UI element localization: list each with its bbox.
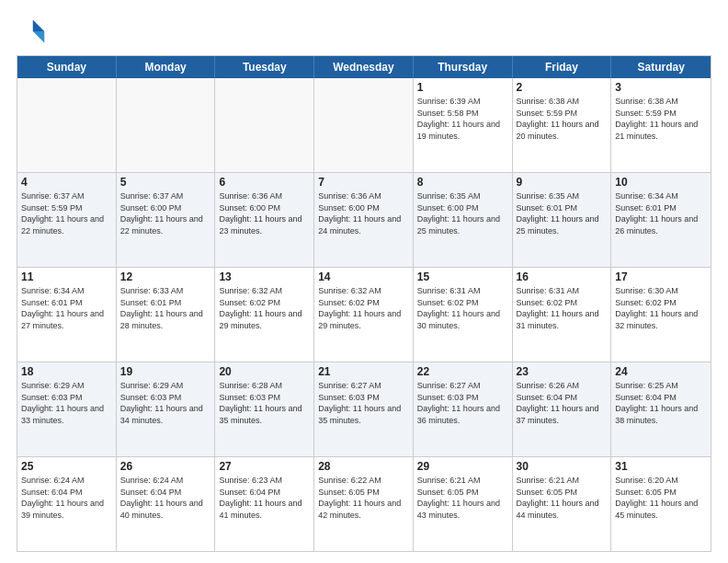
day-number: 18 [21, 365, 112, 378]
calendar-cell: 28Sunrise: 6:22 AM Sunset: 6:05 PM Dayli… [314, 457, 414, 551]
page: SundayMondayTuesdayWednesdayThursdayFrid… [0, 0, 728, 563]
calendar-body: 1Sunrise: 6:39 AM Sunset: 5:58 PM Daylig… [17, 78, 711, 551]
calendar-cell: 19Sunrise: 6:29 AM Sunset: 6:03 PM Dayli… [117, 362, 216, 456]
calendar-row: 4Sunrise: 6:37 AM Sunset: 5:59 PM Daylig… [17, 173, 711, 268]
cell-info: Sunrise: 6:27 AM Sunset: 6:03 PM Dayligh… [417, 380, 508, 426]
calendar-header-cell: Friday [513, 56, 612, 78]
calendar-cell: 29Sunrise: 6:21 AM Sunset: 6:05 PM Dayli… [414, 457, 513, 551]
cell-info: Sunrise: 6:30 AM Sunset: 6:02 PM Dayligh… [615, 285, 707, 331]
day-number: 25 [21, 460, 112, 473]
day-number: 29 [417, 460, 508, 473]
day-number: 17 [615, 270, 707, 283]
calendar-cell [215, 78, 314, 172]
calendar-cell: 11Sunrise: 6:34 AM Sunset: 6:01 PM Dayli… [17, 268, 117, 362]
cell-info: Sunrise: 6:20 AM Sunset: 6:05 PM Dayligh… [615, 475, 707, 521]
day-number: 3 [615, 81, 707, 94]
day-number: 9 [517, 176, 608, 189]
calendar-cell: 12Sunrise: 6:33 AM Sunset: 6:01 PM Dayli… [117, 268, 216, 362]
calendar-cell: 5Sunrise: 6:37 AM Sunset: 6:00 PM Daylig… [117, 173, 216, 267]
calendar-cell: 15Sunrise: 6:31 AM Sunset: 6:02 PM Dayli… [414, 268, 513, 362]
day-number: 31 [615, 460, 707, 473]
calendar-header-cell: Thursday [414, 56, 513, 78]
day-number: 10 [615, 176, 707, 189]
calendar-cell: 21Sunrise: 6:27 AM Sunset: 6:03 PM Dayli… [314, 362, 414, 456]
calendar-cell: 10Sunrise: 6:34 AM Sunset: 6:01 PM Dayli… [611, 173, 711, 267]
calendar-cell: 17Sunrise: 6:30 AM Sunset: 6:02 PM Dayli… [611, 268, 711, 362]
calendar-cell: 13Sunrise: 6:32 AM Sunset: 6:02 PM Dayli… [215, 268, 314, 362]
cell-info: Sunrise: 6:28 AM Sunset: 6:03 PM Dayligh… [219, 380, 310, 426]
calendar-header-cell: Monday [117, 56, 216, 78]
calendar-cell [117, 78, 216, 172]
cell-info: Sunrise: 6:36 AM Sunset: 6:00 PM Dayligh… [318, 190, 409, 236]
calendar-cell: 4Sunrise: 6:37 AM Sunset: 5:59 PM Daylig… [17, 173, 117, 267]
cell-info: Sunrise: 6:24 AM Sunset: 6:04 PM Dayligh… [120, 475, 211, 521]
calendar-cell: 26Sunrise: 6:24 AM Sunset: 6:04 PM Dayli… [117, 457, 216, 551]
cell-info: Sunrise: 6:34 AM Sunset: 6:01 PM Dayligh… [615, 190, 707, 236]
calendar-cell: 16Sunrise: 6:31 AM Sunset: 6:02 PM Dayli… [513, 268, 612, 362]
day-number: 30 [517, 460, 608, 473]
cell-info: Sunrise: 6:32 AM Sunset: 6:02 PM Dayligh… [318, 285, 409, 331]
day-number: 22 [417, 365, 508, 378]
svg-marker-0 [33, 20, 44, 31]
calendar-cell: 9Sunrise: 6:35 AM Sunset: 6:01 PM Daylig… [513, 173, 612, 267]
cell-info: Sunrise: 6:33 AM Sunset: 6:01 PM Dayligh… [120, 285, 211, 331]
cell-info: Sunrise: 6:35 AM Sunset: 6:01 PM Dayligh… [517, 190, 608, 236]
calendar-header-cell: Saturday [611, 56, 711, 78]
cell-info: Sunrise: 6:26 AM Sunset: 6:04 PM Dayligh… [517, 380, 608, 426]
cell-info: Sunrise: 6:21 AM Sunset: 6:05 PM Dayligh… [417, 475, 508, 521]
calendar-header: SundayMondayTuesdayWednesdayThursdayFrid… [17, 56, 711, 78]
calendar-cell: 27Sunrise: 6:23 AM Sunset: 6:04 PM Dayli… [215, 457, 314, 551]
calendar-row: 11Sunrise: 6:34 AM Sunset: 6:01 PM Dayli… [17, 268, 711, 362]
calendar-cell: 14Sunrise: 6:32 AM Sunset: 6:02 PM Dayli… [314, 268, 414, 362]
day-number: 1 [417, 81, 508, 94]
day-number: 6 [219, 176, 310, 189]
calendar-cell: 2Sunrise: 6:38 AM Sunset: 5:59 PM Daylig… [513, 78, 612, 172]
calendar-row: 25Sunrise: 6:24 AM Sunset: 6:04 PM Dayli… [17, 457, 711, 551]
cell-info: Sunrise: 6:21 AM Sunset: 6:05 PM Dayligh… [517, 475, 608, 521]
calendar-cell: 8Sunrise: 6:35 AM Sunset: 6:00 PM Daylig… [414, 173, 513, 267]
calendar-cell: 23Sunrise: 6:26 AM Sunset: 6:04 PM Dayli… [513, 362, 612, 456]
day-number: 24 [615, 365, 707, 378]
day-number: 13 [219, 270, 310, 283]
cell-info: Sunrise: 6:31 AM Sunset: 6:02 PM Dayligh… [517, 285, 608, 331]
day-number: 7 [318, 176, 409, 189]
calendar-cell: 24Sunrise: 6:25 AM Sunset: 6:04 PM Dayli… [611, 362, 711, 456]
logo [17, 17, 50, 46]
day-number: 12 [120, 270, 211, 283]
cell-info: Sunrise: 6:35 AM Sunset: 6:00 PM Dayligh… [417, 190, 508, 236]
day-number: 27 [219, 460, 310, 473]
cell-info: Sunrise: 6:24 AM Sunset: 6:04 PM Dayligh… [21, 475, 112, 521]
calendar-cell: 6Sunrise: 6:36 AM Sunset: 6:00 PM Daylig… [215, 173, 314, 267]
calendar-cell: 22Sunrise: 6:27 AM Sunset: 6:03 PM Dayli… [414, 362, 513, 456]
cell-info: Sunrise: 6:37 AM Sunset: 6:00 PM Dayligh… [120, 190, 211, 236]
calendar-row: 18Sunrise: 6:29 AM Sunset: 6:03 PM Dayli… [17, 362, 711, 457]
calendar-row: 1Sunrise: 6:39 AM Sunset: 5:58 PM Daylig… [17, 78, 711, 173]
day-number: 15 [417, 270, 508, 283]
cell-info: Sunrise: 6:23 AM Sunset: 6:04 PM Dayligh… [219, 475, 310, 521]
calendar-header-cell: Sunday [17, 56, 117, 78]
cell-info: Sunrise: 6:38 AM Sunset: 5:59 PM Dayligh… [615, 96, 707, 142]
day-number: 2 [517, 81, 608, 94]
svg-marker-1 [33, 31, 44, 42]
calendar-cell: 31Sunrise: 6:20 AM Sunset: 6:05 PM Dayli… [611, 457, 711, 551]
cell-info: Sunrise: 6:36 AM Sunset: 6:00 PM Dayligh… [219, 190, 310, 236]
calendar-cell: 18Sunrise: 6:29 AM Sunset: 6:03 PM Dayli… [17, 362, 117, 456]
cell-info: Sunrise: 6:39 AM Sunset: 5:58 PM Dayligh… [417, 96, 508, 142]
calendar-cell [314, 78, 414, 172]
cell-info: Sunrise: 6:27 AM Sunset: 6:03 PM Dayligh… [318, 380, 409, 426]
calendar-cell: 7Sunrise: 6:36 AM Sunset: 6:00 PM Daylig… [314, 173, 414, 267]
day-number: 5 [120, 176, 211, 189]
cell-info: Sunrise: 6:37 AM Sunset: 5:59 PM Dayligh… [21, 190, 112, 236]
calendar-cell: 25Sunrise: 6:24 AM Sunset: 6:04 PM Dayli… [17, 457, 117, 551]
day-number: 16 [517, 270, 608, 283]
cell-info: Sunrise: 6:31 AM Sunset: 6:02 PM Dayligh… [417, 285, 508, 331]
day-number: 20 [219, 365, 310, 378]
day-number: 8 [417, 176, 508, 189]
day-number: 28 [318, 460, 409, 473]
cell-info: Sunrise: 6:34 AM Sunset: 6:01 PM Dayligh… [21, 285, 112, 331]
cell-info: Sunrise: 6:32 AM Sunset: 6:02 PM Dayligh… [219, 285, 310, 331]
logo-icon [17, 17, 46, 46]
day-number: 11 [21, 270, 112, 283]
calendar: SundayMondayTuesdayWednesdayThursdayFrid… [17, 55, 711, 552]
cell-info: Sunrise: 6:25 AM Sunset: 6:04 PM Dayligh… [615, 380, 707, 426]
